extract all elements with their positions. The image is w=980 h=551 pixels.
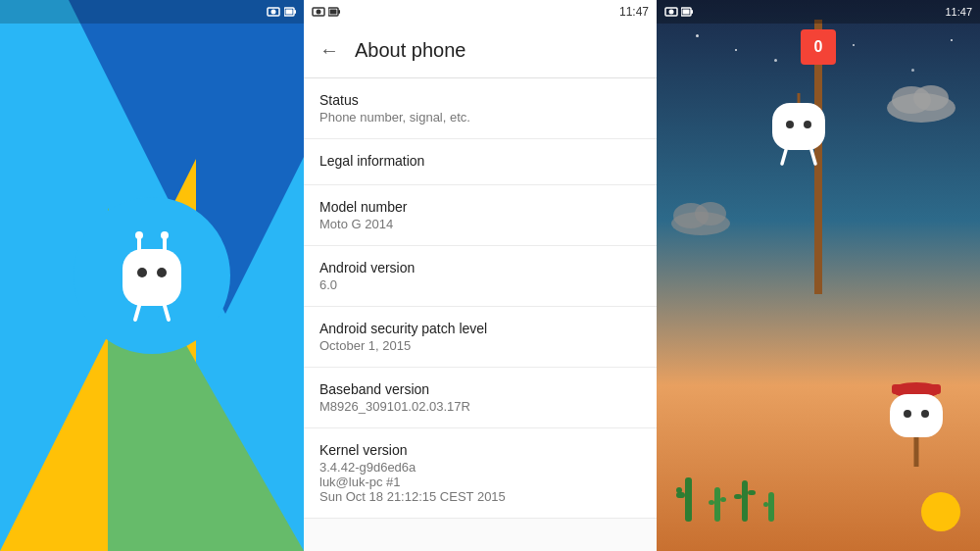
status-bar-mid: 11:47 (304, 0, 657, 24)
svg-point-41 (921, 410, 929, 418)
svg-point-40 (904, 410, 911, 418)
status-bar-right: 11:47 (657, 0, 980, 24)
svg-rect-3 (294, 10, 296, 14)
battery-icon-left (284, 7, 296, 17)
settings-item-0[interactable]: StatusPhone number, signal, etc. (304, 78, 657, 139)
svg-rect-31 (772, 103, 825, 150)
svg-point-15 (317, 10, 321, 15)
sun (921, 492, 960, 531)
settings-item-4[interactable]: Android security patch levelOctober 1, 2… (304, 307, 657, 368)
item-subtitle-0: Phone number, signal, etc. (319, 110, 641, 125)
screenshot-icon (267, 7, 280, 17)
svg-point-11 (157, 268, 167, 277)
svg-point-26 (913, 85, 949, 111)
item-title-1: Legal information (319, 153, 641, 169)
status-icons-right (664, 7, 693, 17)
star (774, 59, 777, 62)
score-badge: 0 (801, 29, 836, 65)
svg-rect-23 (683, 10, 690, 15)
toolbar-title: About phone (355, 39, 466, 62)
svg-rect-47 (720, 497, 726, 502)
svg-line-13 (165, 306, 169, 320)
svg-rect-49 (734, 494, 742, 499)
svg-rect-22 (691, 10, 693, 14)
cactus-1 (676, 468, 701, 522)
svg-line-12 (135, 306, 139, 320)
cactus-3 (734, 473, 756, 522)
settings-item-2[interactable]: Model numberMoto G 2014 (304, 185, 657, 246)
item-title-6: Kernel version (319, 442, 641, 458)
marshmallow-circle (74, 197, 230, 354)
svg-rect-46 (709, 500, 714, 505)
item-subtitle-3: 6.0 (319, 277, 641, 292)
svg-point-20 (669, 10, 674, 15)
settings-list: StatusPhone number, signal, etc.Legal in… (304, 78, 657, 551)
svg-rect-38 (892, 384, 941, 394)
cloud-2 (666, 196, 735, 239)
svg-rect-18 (330, 10, 337, 15)
item-title-0: Status (319, 92, 641, 108)
item-subtitle-4: October 1, 2015 (319, 338, 641, 353)
screenshot-icon-mid (312, 7, 325, 17)
star (911, 69, 914, 72)
item-title-2: Model number (319, 199, 641, 215)
svg-rect-17 (338, 10, 340, 14)
item-title-5: Baseband version (319, 381, 641, 397)
svg-rect-44 (676, 487, 682, 493)
svg-rect-39 (890, 394, 943, 437)
star (735, 49, 737, 51)
status-bar-left (0, 0, 304, 24)
svg-rect-52 (763, 502, 768, 507)
settings-item-6[interactable]: Kernel version3.4.42-g9d6ed6a luk@luk-pc… (304, 428, 657, 519)
star (696, 34, 699, 37)
svg-rect-51 (768, 492, 774, 522)
svg-rect-45 (714, 487, 720, 522)
svg-line-35 (811, 150, 815, 164)
item-title-3: Android version (319, 260, 641, 276)
settings-item-5[interactable]: Baseband versionM8926_309101.02.03.17R (304, 368, 657, 428)
item-subtitle-2: Moto G 2014 (319, 217, 641, 231)
settings-item-3[interactable]: Android version6.0 (304, 246, 657, 307)
status-time-right: 11:47 (945, 6, 972, 18)
back-button[interactable]: ← (319, 39, 339, 62)
status-time-mid: 11:47 (619, 5, 649, 19)
svg-point-33 (804, 121, 811, 128)
svg-rect-50 (748, 490, 756, 495)
cactus-group (676, 468, 779, 522)
screenshot-icon-right (664, 7, 678, 17)
svg-point-1 (271, 10, 276, 15)
svg-rect-42 (685, 477, 692, 522)
cactus-4 (763, 487, 779, 522)
svg-point-10 (137, 268, 147, 277)
item-subtitle-6: 3.4.42-g9d6ed6a luk@luk-pc #1 Sun Oct 18… (319, 460, 641, 504)
item-subtitle-5: M8926_309101.02.03.17R (319, 399, 641, 414)
cloud-1 (882, 78, 960, 126)
toolbar: ← About phone (304, 24, 657, 78)
marshmallow-hanging (764, 93, 833, 175)
svg-rect-4 (286, 10, 293, 15)
settings-item-1[interactable]: Legal information (304, 139, 657, 185)
left-panel (0, 0, 304, 551)
star (951, 39, 953, 41)
svg-rect-9 (122, 249, 181, 306)
battery-icon-right (681, 7, 693, 17)
status-icons-mid (312, 7, 340, 17)
marshmallow-ground (882, 380, 951, 473)
svg-point-6 (135, 231, 143, 239)
marshmallow-svg (108, 229, 196, 323)
svg-point-29 (695, 202, 726, 225)
status-icons-left (267, 7, 296, 17)
battery-icon-mid (328, 7, 340, 17)
svg-point-32 (786, 121, 794, 128)
star (853, 44, 855, 46)
item-title-4: Android security patch level (319, 321, 641, 336)
middle-panel: 11:47 ← About phone StatusPhone number, … (304, 0, 657, 551)
svg-point-8 (161, 231, 169, 239)
right-panel: 11:47 0 (657, 0, 980, 551)
svg-line-34 (782, 150, 786, 164)
svg-rect-48 (742, 480, 748, 522)
cactus-2 (709, 482, 726, 522)
svg-rect-43 (676, 492, 685, 498)
